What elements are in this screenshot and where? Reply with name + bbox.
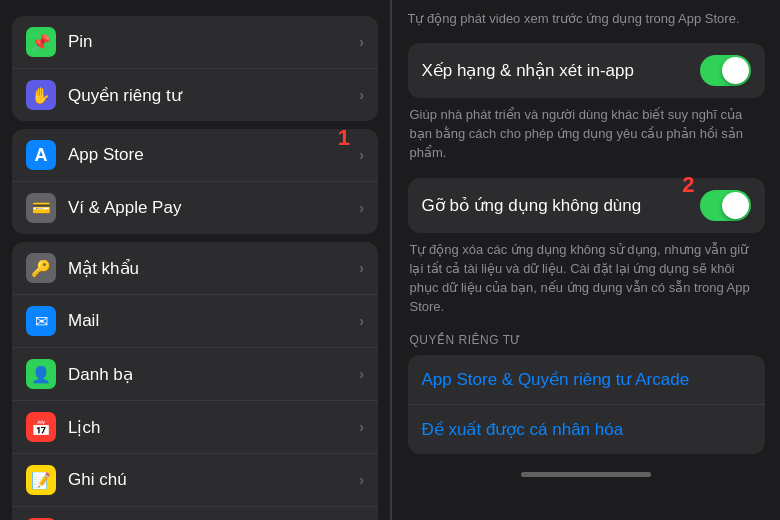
privacy-group: App Store & Quyền riêng tư Arcade Đề xuấ… (408, 355, 765, 454)
chevron-icon: › (359, 472, 364, 488)
wallet-label: Ví & Apple Pay (68, 198, 359, 218)
toggle-offload-switch[interactable] (700, 190, 751, 221)
chevron-icon: › (359, 260, 364, 276)
home-indicator (521, 472, 651, 477)
right-panel: Tự động phát video xem trước ứng dụng tr… (391, 0, 781, 520)
highlighted-settings-group: A App Store › 1 💳 Ví & Apple Pay › (12, 129, 378, 234)
toggle-offload-description: Tự động xóa các ứng dụng không sử dụng, … (408, 241, 765, 316)
toggle-ratings-description: Giúp nhà phát triển và người dùng khác b… (408, 106, 765, 163)
sidebar-item-appstore[interactable]: A App Store › 1 (12, 129, 378, 182)
privacy-item-appstore[interactable]: App Store & Quyền riêng tư Arcade (408, 355, 765, 405)
contacts-icon: 👤 (26, 359, 56, 389)
calendar-label: Lịch (68, 417, 359, 438)
chevron-icon: › (359, 147, 364, 163)
marker-2: 2 (682, 172, 694, 198)
chevron-icon: › (359, 34, 364, 50)
toggle-row-ratings: Xếp hạng & nhận xét in-app (408, 43, 765, 98)
chevron-icon: › (359, 313, 364, 329)
appstore-label: App Store (68, 145, 359, 165)
chevron-icon: › (359, 200, 364, 216)
appstore-icon: A (26, 140, 56, 170)
sidebar-item-calendar[interactable]: 📅 Lịch › (12, 401, 378, 454)
sidebar-item-wallet[interactable]: 💳 Ví & Apple Pay › (12, 182, 378, 234)
chevron-icon: › (359, 87, 364, 103)
sidebar-item-password[interactable]: 🔑 Mật khẩu › (12, 242, 378, 295)
top-description: Tự động phát video xem trước ứng dụng tr… (408, 10, 765, 29)
pin-icon: 📌 (26, 27, 56, 57)
privacy-icon: ✋ (26, 80, 56, 110)
mail-label: Mail (68, 311, 359, 331)
sidebar-item-mail[interactable]: ✉ Mail › (12, 295, 378, 348)
privacy-item-personalized[interactable]: Đề xuất được cá nhân hóa (408, 405, 765, 454)
mail-icon: ✉ (26, 306, 56, 336)
toggle-row-offload: Gỡ bỏ ứng dụng không dùng 2 (408, 178, 765, 233)
toggle-ratings-switch[interactable] (700, 55, 751, 86)
sidebar-item-privacy[interactable]: ✋ Quyền riêng tư › (12, 69, 378, 121)
pin-label: Pin (68, 32, 359, 52)
contacts-label: Danh bạ (68, 364, 359, 385)
privacy-label: Quyền riêng tư (68, 85, 359, 106)
password-icon: 🔑 (26, 253, 56, 283)
password-label: Mật khẩu (68, 258, 359, 279)
notes-label: Ghi chú (68, 470, 359, 490)
sidebar-item-contacts[interactable]: 👤 Danh bạ › (12, 348, 378, 401)
notes-icon: 📝 (26, 465, 56, 495)
chevron-icon: › (359, 419, 364, 435)
left-panel: 📌 Pin › ✋ Quyền riêng tư › A App Store ›… (0, 0, 390, 520)
bottom-settings-group: 🔑 Mật khẩu › ✉ Mail › 👤 Danh bạ › 📅 Lịch… (12, 242, 378, 520)
calendar-icon: 📅 (26, 412, 56, 442)
privacy-section-header: QUYỀN RIÊNG TƯ (408, 333, 765, 347)
toggle-offload-label: Gỡ bỏ ứng dụng không dùng (422, 195, 700, 216)
sidebar-item-reminders[interactable]: 🔔 Lời nhắc › (12, 507, 378, 520)
privacy-personalized-label: Đề xuất được cá nhân hóa (422, 420, 624, 439)
privacy-appstore-label: App Store & Quyền riêng tư Arcade (422, 370, 690, 389)
marker-1: 1 (338, 129, 350, 151)
chevron-icon: › (359, 366, 364, 382)
sidebar-item-notes[interactable]: 📝 Ghi chú › (12, 454, 378, 507)
wallet-icon: 💳 (26, 193, 56, 223)
top-settings-group: 📌 Pin › ✋ Quyền riêng tư › (12, 16, 378, 121)
toggle-ratings-label: Xếp hạng & nhận xét in-app (422, 60, 700, 81)
sidebar-item-pin[interactable]: 📌 Pin › (12, 16, 378, 69)
